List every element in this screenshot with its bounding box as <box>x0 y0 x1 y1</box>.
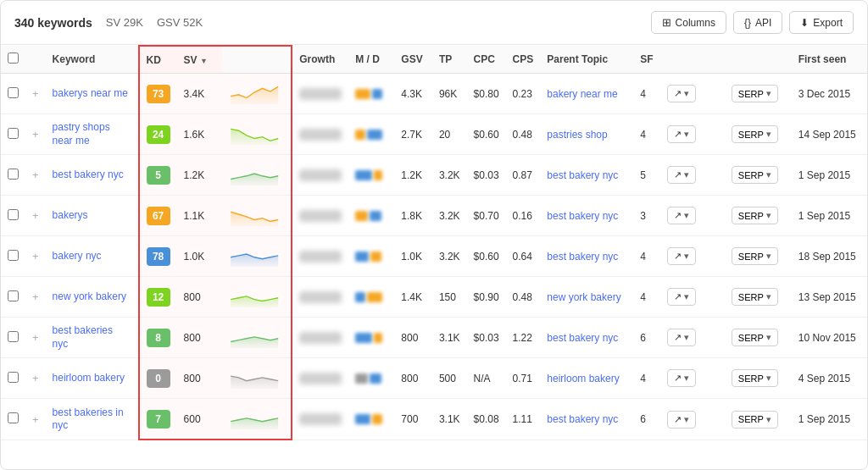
row-kd-cell: 8 <box>139 318 177 358</box>
trend-button[interactable]: ↗ ▾ <box>667 247 696 265</box>
keyword-link[interactable]: bakerys near me <box>53 87 128 101</box>
row-cpc-cell: $0.60 <box>467 236 506 277</box>
row-cpc-cell: $0.03 <box>467 318 506 358</box>
trend-button[interactable]: ↗ ▾ <box>667 288 696 306</box>
serp-label: SERP <box>738 211 764 221</box>
serp-button[interactable]: SERP ▾ <box>732 329 778 346</box>
row-plus-cell[interactable]: + <box>25 358 46 399</box>
serp-chevron: ▾ <box>766 332 771 343</box>
trend-button[interactable]: ↗ ▾ <box>667 411 696 429</box>
trend-button[interactable]: ↗ ▾ <box>667 207 696 224</box>
row-parent-topic-cell: heirloom bakery <box>540 358 633 399</box>
row-serp-cell: SERP ▾ <box>725 358 792 399</box>
row-plus-cell[interactable]: + <box>25 114 46 155</box>
th-sv[interactable]: SV ▼ <box>177 46 223 74</box>
row-cpc-cell: N/A <box>467 358 506 399</box>
serp-button[interactable]: SERP ▾ <box>732 411 778 429</box>
serp-button[interactable]: SERP ▾ <box>732 369 778 387</box>
row-first-seen-cell: 1 Sep 2015 <box>792 155 867 196</box>
serp-button[interactable]: SERP ▾ <box>732 125 778 143</box>
row-checkbox[interactable] <box>8 209 19 220</box>
row-plus-cell[interactable]: + <box>25 74 46 114</box>
trend-icon: ↗ <box>674 373 682 384</box>
parent-topic-link[interactable]: best bakery nyc <box>547 332 618 344</box>
keyword-link[interactable]: best bakeries in nyc <box>53 406 131 433</box>
row-parent-topic-cell: best bakery nyc <box>540 196 633 236</box>
row-sparkline-cell <box>222 399 292 440</box>
kd-badge: 24 <box>147 125 170 144</box>
keyword-link[interactable]: pastry shops near me <box>53 121 131 147</box>
row-plus-cell[interactable]: + <box>25 318 46 358</box>
parent-topic-link[interactable]: best bakery nyc <box>547 413 618 425</box>
columns-button[interactable]: ⊞ Columns <box>651 11 726 34</box>
serp-button[interactable]: SERP ▾ <box>732 166 778 184</box>
row-serp-cell: SERP ▾ <box>725 399 792 440</box>
row-kd-cell: 67 <box>139 196 177 236</box>
row-sparkline-cell <box>222 277 292 318</box>
row-trend-cell: ↗ ▾ <box>660 399 725 440</box>
row-plus-cell[interactable]: + <box>25 399 46 440</box>
row-cps-cell: 1.11 <box>506 399 541 440</box>
trend-chevron: ▾ <box>684 169 689 180</box>
row-sf-cell: 4 <box>633 236 659 277</box>
trend-icon: ↗ <box>674 414 682 425</box>
row-plus-cell[interactable]: + <box>25 155 46 196</box>
row-gsv-cell: 1.2K <box>394 155 432 196</box>
parent-topic-link[interactable]: new york bakery <box>547 291 620 303</box>
row-growth-cell <box>292 277 348 318</box>
parent-topic-link[interactable]: pastries shop <box>547 129 607 141</box>
row-plus-cell[interactable]: + <box>25 277 46 318</box>
th-sparkline <box>222 46 292 74</box>
row-md-cell <box>348 196 394 236</box>
keyword-link[interactable]: new york bakery <box>53 290 126 304</box>
trend-button[interactable]: ↗ ▾ <box>667 85 696 102</box>
select-all-checkbox[interactable] <box>8 53 19 64</box>
parent-topic-link[interactable]: best bakery nyc <box>547 251 618 263</box>
serp-button[interactable]: SERP ▾ <box>732 207 778 224</box>
th-trend <box>660 46 725 74</box>
row-checkbox[interactable] <box>8 290 19 301</box>
table-row: + best bakeries nyc 8 800 <box>1 318 867 358</box>
parent-topic-link[interactable]: best bakery nyc <box>547 169 618 181</box>
api-icon: {} <box>744 17 751 29</box>
keyword-link[interactable]: heirloom bakery <box>53 372 125 385</box>
serp-button[interactable]: SERP ▾ <box>732 288 778 306</box>
trend-button[interactable]: ↗ ▾ <box>667 329 696 346</box>
serp-button[interactable]: SERP ▾ <box>732 247 778 265</box>
row-checkbox[interactable] <box>8 412 19 423</box>
keyword-link[interactable]: bakerys <box>53 209 88 223</box>
row-trend-cell: ↗ ▾ <box>660 114 725 155</box>
row-checkbox[interactable] <box>8 169 19 180</box>
row-checkbox[interactable] <box>8 250 19 261</box>
serp-button[interactable]: SERP ▾ <box>732 85 778 102</box>
row-checkbox[interactable] <box>8 87 19 98</box>
row-tp-cell: 150 <box>432 277 467 318</box>
keyword-link[interactable]: bakery nyc <box>53 250 102 263</box>
row-keyword-cell: new york bakery <box>46 277 139 318</box>
row-checkbox[interactable] <box>8 331 19 342</box>
trend-chevron: ▾ <box>684 373 689 384</box>
row-cpc-cell: $0.03 <box>467 155 506 196</box>
api-button[interactable]: {} API <box>733 11 782 34</box>
row-plus-cell[interactable]: + <box>25 236 46 277</box>
row-checkbox[interactable] <box>8 372 19 383</box>
row-cps-cell: 0.71 <box>506 358 541 399</box>
keyword-link[interactable]: best bakeries nyc <box>53 324 131 351</box>
row-sparkline-cell <box>222 358 292 399</box>
th-kd[interactable]: KD <box>139 46 177 74</box>
row-plus-cell[interactable]: + <box>25 196 46 236</box>
parent-topic-link[interactable]: best bakery nyc <box>547 210 618 222</box>
keyword-link[interactable]: best bakery nyc <box>53 169 124 182</box>
serp-chevron: ▾ <box>766 251 771 262</box>
export-button[interactable]: ⬇ Export <box>789 11 854 34</box>
parent-topic-link[interactable]: heirloom bakery <box>547 373 619 384</box>
row-checkbox-cell <box>1 236 25 277</box>
trend-button[interactable]: ↗ ▾ <box>667 125 696 143</box>
row-parent-topic-cell: best bakery nyc <box>540 236 633 277</box>
trend-button[interactable]: ↗ ▾ <box>667 369 696 387</box>
th-cps: CPS <box>506 46 541 74</box>
row-checkbox[interactable] <box>8 128 19 139</box>
trend-button[interactable]: ↗ ▾ <box>667 166 696 184</box>
th-first-seen: First seen <box>792 46 867 74</box>
parent-topic-link[interactable]: bakery near me <box>547 88 617 100</box>
